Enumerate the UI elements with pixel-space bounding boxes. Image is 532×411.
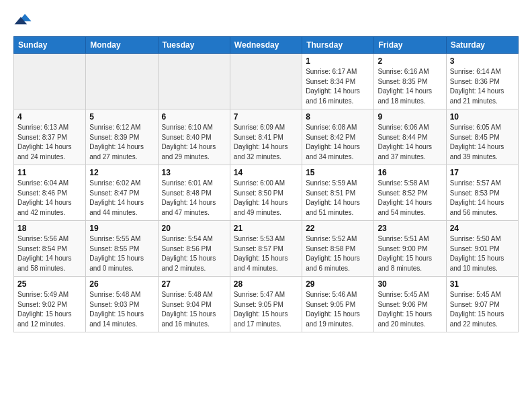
day-info: Sunrise: 6:10 AMSunset: 8:40 PMDaylight:… bbox=[162, 123, 226, 162]
day-number: 3 bbox=[450, 56, 515, 66]
weekday-header-wednesday: Wednesday bbox=[230, 37, 302, 54]
day-number: 21 bbox=[234, 224, 298, 233]
calendar-week-2: 4Sunrise: 6:13 AMSunset: 8:37 PMDaylight… bbox=[14, 109, 519, 165]
calendar-cell: 3Sunrise: 6:14 AMSunset: 8:36 PMDaylight… bbox=[446, 54, 518, 109]
calendar-cell: 22Sunrise: 5:52 AMSunset: 8:58 PMDayligh… bbox=[302, 221, 374, 277]
day-number: 9 bbox=[378, 112, 442, 122]
day-number: 22 bbox=[306, 224, 370, 233]
day-info: Sunrise: 6:17 AMSunset: 8:34 PMDaylight:… bbox=[306, 67, 370, 106]
calendar-cell: 14Sunrise: 6:00 AMSunset: 8:50 PMDayligh… bbox=[230, 165, 302, 221]
logo-icon bbox=[13, 11, 32, 30]
weekday-header-thursday: Thursday bbox=[302, 37, 374, 54]
day-info: Sunrise: 5:59 AMSunset: 8:51 PMDaylight:… bbox=[306, 179, 370, 218]
weekday-header-sunday: Sunday bbox=[14, 37, 86, 54]
day-info: Sunrise: 6:00 AMSunset: 8:50 PMDaylight:… bbox=[234, 179, 298, 218]
weekday-header-tuesday: Tuesday bbox=[158, 37, 230, 54]
calendar-cell: 4Sunrise: 6:13 AMSunset: 8:37 PMDaylight… bbox=[14, 109, 86, 165]
day-number: 29 bbox=[306, 279, 370, 289]
day-number: 5 bbox=[89, 112, 154, 122]
calendar-cell: 27Sunrise: 5:48 AMSunset: 9:04 PMDayligh… bbox=[158, 277, 230, 332]
day-number: 16 bbox=[378, 168, 442, 177]
calendar-cell bbox=[158, 54, 230, 109]
calendar-cell: 16Sunrise: 5:58 AMSunset: 8:52 PMDayligh… bbox=[374, 165, 446, 221]
calendar-cell: 10Sunrise: 6:05 AMSunset: 8:45 PMDayligh… bbox=[446, 109, 518, 165]
calendar-cell: 5Sunrise: 6:12 AMSunset: 8:39 PMDaylight… bbox=[86, 109, 158, 165]
day-info: Sunrise: 6:14 AMSunset: 8:36 PMDaylight:… bbox=[450, 67, 515, 106]
day-number: 14 bbox=[234, 168, 298, 177]
day-info: Sunrise: 5:46 AMSunset: 9:05 PMDaylight:… bbox=[306, 290, 370, 329]
calendar-cell: 15Sunrise: 5:59 AMSunset: 8:51 PMDayligh… bbox=[302, 165, 374, 221]
day-info: Sunrise: 5:53 AMSunset: 8:57 PMDaylight:… bbox=[234, 234, 298, 273]
day-info: Sunrise: 5:56 AMSunset: 8:54 PMDaylight:… bbox=[17, 234, 82, 273]
day-info: Sunrise: 6:06 AMSunset: 8:44 PMDaylight:… bbox=[378, 123, 442, 162]
day-info: Sunrise: 6:05 AMSunset: 8:45 PMDaylight:… bbox=[450, 123, 515, 162]
day-info: Sunrise: 5:54 AMSunset: 8:56 PMDaylight:… bbox=[162, 234, 226, 273]
day-number: 2 bbox=[378, 56, 442, 66]
day-number: 11 bbox=[17, 168, 82, 177]
day-number: 25 bbox=[17, 279, 82, 289]
day-info: Sunrise: 6:01 AMSunset: 8:48 PMDaylight:… bbox=[162, 179, 226, 218]
weekday-header-friday: Friday bbox=[374, 37, 446, 54]
day-number: 15 bbox=[306, 168, 370, 177]
day-number: 13 bbox=[162, 168, 226, 177]
day-info: Sunrise: 5:52 AMSunset: 8:58 PMDaylight:… bbox=[306, 234, 370, 273]
day-number: 8 bbox=[306, 112, 370, 122]
weekday-header-saturday: Saturday bbox=[446, 37, 518, 54]
day-number: 12 bbox=[89, 168, 154, 177]
day-info: Sunrise: 6:02 AMSunset: 8:47 PMDaylight:… bbox=[89, 179, 154, 218]
calendar-cell: 9Sunrise: 6:06 AMSunset: 8:44 PMDaylight… bbox=[374, 109, 446, 165]
calendar-cell: 29Sunrise: 5:46 AMSunset: 9:05 PMDayligh… bbox=[302, 277, 374, 332]
page: SundayMondayTuesdayWednesdayThursdayFrid… bbox=[0, 0, 532, 343]
calendar-cell: 21Sunrise: 5:53 AMSunset: 8:57 PMDayligh… bbox=[230, 221, 302, 277]
day-number: 28 bbox=[234, 279, 298, 289]
day-info: Sunrise: 6:08 AMSunset: 8:42 PMDaylight:… bbox=[306, 123, 370, 162]
calendar-cell: 1Sunrise: 6:17 AMSunset: 8:34 PMDaylight… bbox=[302, 54, 374, 109]
calendar-table: SundayMondayTuesdayWednesdayThursdayFrid… bbox=[13, 36, 519, 332]
calendar-cell: 17Sunrise: 5:57 AMSunset: 8:53 PMDayligh… bbox=[446, 165, 518, 221]
day-number: 18 bbox=[17, 224, 82, 233]
calendar-week-3: 11Sunrise: 6:04 AMSunset: 8:46 PMDayligh… bbox=[14, 165, 519, 221]
day-number: 4 bbox=[17, 112, 82, 122]
day-number: 26 bbox=[89, 279, 154, 289]
day-info: Sunrise: 5:57 AMSunset: 8:53 PMDaylight:… bbox=[450, 179, 515, 218]
calendar-week-1: 1Sunrise: 6:17 AMSunset: 8:34 PMDaylight… bbox=[14, 54, 519, 109]
day-number: 23 bbox=[378, 224, 442, 233]
day-info: Sunrise: 5:48 AMSunset: 9:04 PMDaylight:… bbox=[162, 290, 226, 329]
calendar-cell bbox=[230, 54, 302, 109]
calendar-cell: 24Sunrise: 5:50 AMSunset: 9:01 PMDayligh… bbox=[446, 221, 518, 277]
calendar-cell: 11Sunrise: 6:04 AMSunset: 8:46 PMDayligh… bbox=[14, 165, 86, 221]
day-info: Sunrise: 6:04 AMSunset: 8:46 PMDaylight:… bbox=[17, 179, 82, 218]
calendar-cell: 12Sunrise: 6:02 AMSunset: 8:47 PMDayligh… bbox=[86, 165, 158, 221]
day-info: Sunrise: 5:45 AMSunset: 9:07 PMDaylight:… bbox=[450, 290, 515, 329]
day-number: 7 bbox=[234, 112, 298, 122]
day-number: 30 bbox=[378, 279, 442, 289]
calendar-cell: 8Sunrise: 6:08 AMSunset: 8:42 PMDaylight… bbox=[302, 109, 374, 165]
calendar-cell: 7Sunrise: 6:09 AMSunset: 8:41 PMDaylight… bbox=[230, 109, 302, 165]
weekday-header-monday: Monday bbox=[86, 37, 158, 54]
day-info: Sunrise: 5:58 AMSunset: 8:52 PMDaylight:… bbox=[378, 179, 442, 218]
day-info: Sunrise: 5:45 AMSunset: 9:06 PMDaylight:… bbox=[378, 290, 442, 329]
day-info: Sunrise: 5:48 AMSunset: 9:03 PMDaylight:… bbox=[89, 290, 154, 329]
day-number: 20 bbox=[162, 224, 226, 233]
day-number: 10 bbox=[450, 112, 515, 122]
day-info: Sunrise: 6:16 AMSunset: 8:35 PMDaylight:… bbox=[378, 67, 442, 106]
calendar-cell: 2Sunrise: 6:16 AMSunset: 8:35 PMDaylight… bbox=[374, 54, 446, 109]
calendar-cell: 30Sunrise: 5:45 AMSunset: 9:06 PMDayligh… bbox=[374, 277, 446, 332]
calendar-cell: 19Sunrise: 5:55 AMSunset: 8:55 PMDayligh… bbox=[86, 221, 158, 277]
day-info: Sunrise: 5:51 AMSunset: 9:00 PMDaylight:… bbox=[378, 234, 442, 273]
day-info: Sunrise: 5:47 AMSunset: 9:05 PMDaylight:… bbox=[234, 290, 298, 329]
calendar-cell: 23Sunrise: 5:51 AMSunset: 9:00 PMDayligh… bbox=[374, 221, 446, 277]
calendar-cell: 13Sunrise: 6:01 AMSunset: 8:48 PMDayligh… bbox=[158, 165, 230, 221]
day-number: 17 bbox=[450, 168, 515, 177]
calendar-week-5: 25Sunrise: 5:49 AMSunset: 9:02 PMDayligh… bbox=[14, 277, 519, 332]
day-info: Sunrise: 5:50 AMSunset: 9:01 PMDaylight:… bbox=[450, 234, 515, 273]
weekday-header-row: SundayMondayTuesdayWednesdayThursdayFrid… bbox=[14, 37, 519, 54]
day-number: 1 bbox=[306, 56, 370, 66]
calendar-cell: 31Sunrise: 5:45 AMSunset: 9:07 PMDayligh… bbox=[446, 277, 518, 332]
calendar-cell bbox=[86, 54, 158, 109]
calendar-cell: 18Sunrise: 5:56 AMSunset: 8:54 PMDayligh… bbox=[14, 221, 86, 277]
calendar-cell: 6Sunrise: 6:10 AMSunset: 8:40 PMDaylight… bbox=[158, 109, 230, 165]
day-info: Sunrise: 6:12 AMSunset: 8:39 PMDaylight:… bbox=[89, 123, 154, 162]
calendar-cell: 28Sunrise: 5:47 AMSunset: 9:05 PMDayligh… bbox=[230, 277, 302, 332]
day-info: Sunrise: 5:55 AMSunset: 8:55 PMDaylight:… bbox=[89, 234, 154, 273]
